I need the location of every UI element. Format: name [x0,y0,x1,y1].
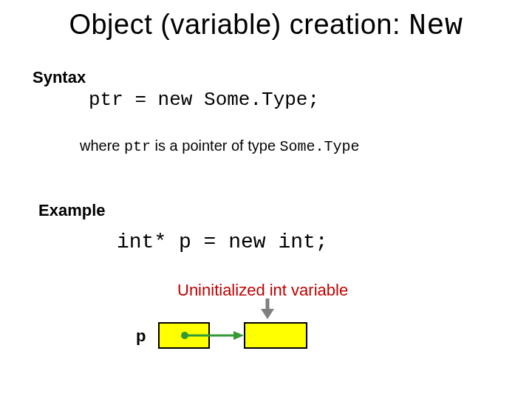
pointer-arrow-icon [180,330,254,344]
where-prefix: where [80,137,124,154]
down-arrow-icon [259,299,281,322]
p-label: p [136,327,146,346]
slide: Object (variable) creation: New Syntax p… [0,0,532,399]
syntax-label: Syntax [33,68,86,87]
uninitialized-label: Uninitialized int variable [177,281,348,300]
title-prefix: Object (variable) creation: [69,9,409,40]
where-type: Some.Type [280,138,360,155]
example-code: int* p = new int; [117,231,328,253]
svg-marker-1 [261,309,274,319]
syntax-code: ptr = new Some.Type; [89,89,319,111]
syntax-where: where ptr is a pointer of type Some.Type [80,137,360,155]
svg-marker-4 [233,331,244,340]
title-keyword: New [409,10,463,43]
example-label: Example [38,201,106,220]
slide-title: Object (variable) creation: New [0,9,532,43]
where-mid: is a pointer of type [151,137,280,154]
where-ptr: ptr [124,138,151,155]
